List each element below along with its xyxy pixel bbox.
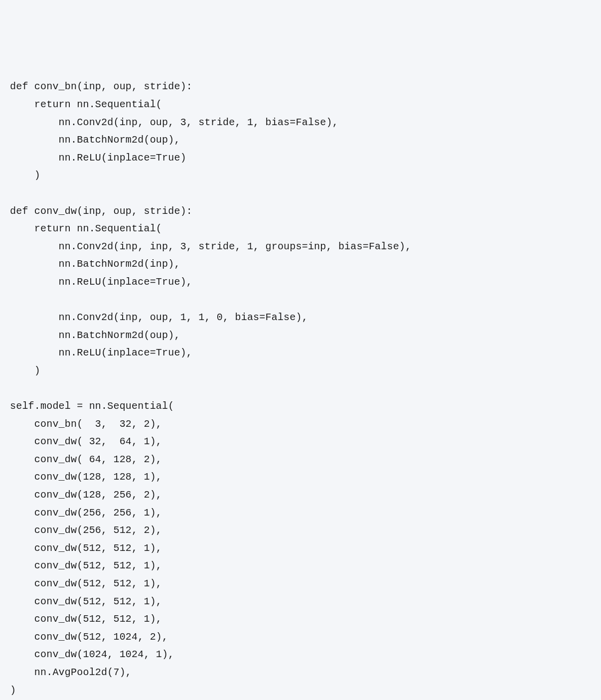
code-line: self.model = nn.Sequential( — [10, 400, 174, 412]
code-line: def conv_dw(inp, oup, stride): — [10, 205, 192, 217]
code-line: conv_dw(512, 1024, 2), — [10, 631, 168, 643]
code-line: conv_dw(512, 512, 1), — [10, 542, 162, 554]
code-line: conv_dw(512, 512, 1), — [10, 578, 162, 589]
code-line: conv_dw( 64, 128, 2), — [10, 454, 162, 465]
code-line: nn.ReLU(inplace=True) — [10, 152, 186, 164]
code-line: nn.Conv2d(inp, inp, 3, stride, 1, groups… — [10, 241, 411, 252]
code-line: nn.Conv2d(inp, oup, 1, 1, 0, bias=False)… — [10, 312, 308, 323]
code-line: conv_dw(256, 256, 1), — [10, 507, 162, 519]
code-line: def conv_bn(inp, oup, stride): — [10, 81, 192, 92]
code-line: conv_dw(1024, 1024, 1), — [10, 649, 174, 660]
code-line: ) — [10, 170, 40, 181]
code-block: def conv_bn(inp, oup, stride): return nn… — [10, 78, 591, 699]
code-line: conv_dw(512, 512, 1), — [10, 560, 162, 571]
code-line: nn.ReLU(inplace=True), — [10, 347, 192, 358]
code-line: ) — [10, 685, 16, 696]
code-line: nn.BatchNorm2d(oup), — [10, 330, 180, 341]
code-line: conv_dw(256, 512, 2), — [10, 525, 162, 536]
code-line: nn.ReLU(inplace=True), — [10, 276, 192, 288]
code-line: ) — [10, 365, 40, 376]
code-line: nn.AvgPool2d(7), — [10, 667, 132, 678]
code-line: nn.BatchNorm2d(oup), — [10, 134, 180, 146]
code-line: nn.Conv2d(inp, oup, 3, stride, 1, bias=F… — [10, 117, 338, 128]
code-line: conv_dw( 32, 64, 1), — [10, 436, 162, 447]
code-line: conv_bn( 3, 32, 2), — [10, 418, 162, 430]
code-line: nn.BatchNorm2d(inp), — [10, 258, 180, 270]
code-line: return nn.Sequential( — [10, 99, 162, 110]
code-line: return nn.Sequential( — [10, 223, 162, 234]
code-line: conv_dw(512, 512, 1), — [10, 613, 162, 625]
code-line: conv_dw(512, 512, 1), — [10, 596, 162, 607]
code-line: conv_dw(128, 128, 1), — [10, 471, 162, 483]
code-line: conv_dw(128, 256, 2), — [10, 489, 162, 501]
